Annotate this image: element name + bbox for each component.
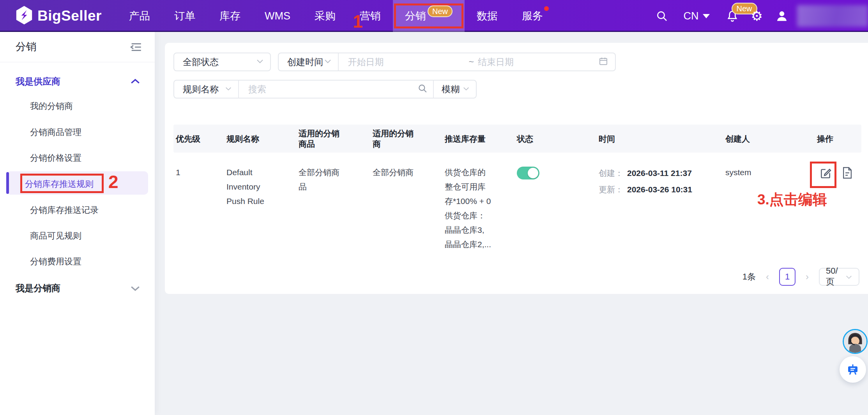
time-field-select[interactable]: 创建时间	[279, 53, 339, 70]
support-agent-avatar[interactable]	[843, 329, 868, 354]
page-size-select[interactable]: 50/页	[819, 268, 859, 286]
sidebar-item-product-visibility-rules[interactable]: 商品可见规则	[30, 230, 81, 242]
language-selector[interactable]: CN	[684, 10, 710, 22]
sidebar-title: 分销	[16, 40, 37, 54]
brand-name: BigSeller	[37, 8, 102, 24]
username-blurred[interactable]	[797, 5, 868, 27]
chevron-down-icon	[703, 14, 710, 18]
nav-item-services[interactable]: 服务	[510, 0, 555, 32]
live-chat-button[interactable]	[840, 356, 866, 383]
cell-rule-name: Default Inventory Push Rule	[224, 153, 296, 251]
sidebar-item-my-distributors[interactable]: 我的分销商	[30, 100, 73, 112]
col-creator: 创建人	[723, 125, 815, 153]
created-time: 2026-03-11 21:37	[627, 165, 692, 181]
user-avatar[interactable]	[775, 9, 788, 23]
search-zone	[239, 81, 434, 98]
updated-label: 更新：	[599, 181, 623, 198]
search-icon[interactable]	[656, 10, 668, 22]
chevron-down-icon	[463, 86, 470, 93]
sidebar-item-inventory-push-records[interactable]: 分销库存推送记录	[30, 204, 99, 216]
col-push-quantity: 推送库存量	[442, 125, 514, 153]
col-priority: 优先级	[173, 125, 224, 153]
new-badge: New	[428, 5, 453, 17]
nav-item-wms[interactable]: WMS	[253, 0, 302, 32]
search-filter-group: 规则名称 模糊	[173, 80, 477, 98]
total-count: 1条	[742, 271, 756, 283]
cell-applicable-distributors: 全部分销商	[370, 153, 442, 251]
sidebar-group-supplier[interactable]: 我是供应商	[16, 76, 60, 88]
search-field-select[interactable]: 规则名称	[174, 81, 239, 98]
annotation-step3: 3.点击编辑	[757, 190, 827, 209]
collapse-sidebar-icon[interactable]	[129, 40, 143, 55]
sidebar-item-price-settings[interactable]: 分销价格设置	[30, 152, 81, 164]
created-label: 创建：	[599, 165, 623, 181]
app-root: BigSeller 产品 订单 库存 WMS 采购 营销 分销 New 数据 服…	[0, 0, 868, 415]
col-applicable-products: 适用的分销商品	[296, 125, 370, 153]
sidebar-group-distributor[interactable]: 我是分销商	[16, 282, 60, 294]
status-toggle-on[interactable]	[517, 167, 539, 179]
navbar-right-cluster: CN New ⚙	[649, 0, 868, 32]
nav-item-orders[interactable]: 订单	[162, 0, 207, 32]
nav-item-products[interactable]: 产品	[117, 0, 162, 32]
cell-status	[514, 153, 596, 251]
date-range-inputs: ~	[339, 56, 615, 67]
sidebar: 分销 我是供应商 我的分销商 分销商品管理 分销价格设置 分销库存推送规则 2 …	[0, 32, 155, 415]
toggle-knob	[528, 168, 538, 178]
nav-item-inventory[interactable]: 库存	[207, 0, 253, 32]
sidebar-item-inventory-push-rules[interactable]: 分销库存推送规则	[25, 178, 94, 190]
table-header: 优先级 规则名称 适用的分销商品 适用的分销商 推送库存量 状态 时间 创建人 …	[173, 125, 861, 153]
cell-time: 创建： 2026-03-11 21:37 更新： 2026-03-26 10:3…	[596, 153, 723, 251]
calendar-icon	[599, 56, 608, 67]
current-page[interactable]: 1	[779, 268, 796, 286]
col-applicable-distributors: 适用的分销商	[370, 125, 442, 153]
col-time: 时间	[596, 125, 723, 153]
divider	[0, 62, 155, 62]
cell-priority: 1	[173, 153, 224, 251]
nav-item-data[interactable]: 数据	[465, 0, 510, 32]
prev-page-arrow[interactable]: ‹	[766, 272, 769, 281]
notifications-bell[interactable]: New	[726, 10, 739, 22]
col-rule-name: 规则名称	[224, 125, 296, 153]
col-status: 状态	[514, 125, 596, 153]
next-page-arrow[interactable]: ›	[806, 272, 809, 281]
match-mode-select[interactable]: 模糊	[434, 81, 476, 98]
sidebar-item-product-management[interactable]: 分销商品管理	[30, 127, 81, 138]
annotation-step2: 2	[108, 171, 118, 192]
content-card: 全部状态 创建时间 ~ 规则名	[165, 43, 868, 294]
log-document-icon[interactable]	[842, 167, 853, 251]
annotation-step1: 1	[353, 11, 363, 32]
col-actions: 操作	[815, 125, 861, 153]
cell-push-quantity: 供货仓库的 整仓可用库 存*100% + 0 供货仓库： 晶晶仓库3, 晶晶仓库…	[442, 153, 514, 251]
sidebar-item-fee-settings[interactable]: 分销费用设置	[30, 256, 81, 267]
gear-icon[interactable]: ⚙	[751, 9, 763, 23]
pagination: 1条 ‹ 1 › 50/页	[742, 268, 859, 286]
search-input[interactable]	[248, 84, 417, 95]
nav-item-purchase[interactable]: 采购	[302, 0, 348, 32]
search-icon[interactable]	[417, 83, 428, 95]
chevron-up-icon[interactable]	[130, 78, 140, 86]
status-filter-select[interactable]: 全部状态	[173, 53, 271, 71]
cell-applicable-products: 全部分销商品	[296, 153, 370, 251]
active-item-indicator	[6, 172, 9, 194]
updated-time: 2026-03-26 10:31	[627, 181, 692, 198]
main-nav: 产品 订单 库存 WMS 采购 营销 分销 New 数据 服务	[117, 0, 555, 32]
chevron-down-icon	[256, 58, 264, 65]
brand-logo[interactable]: BigSeller	[16, 0, 102, 32]
start-date-input[interactable]	[348, 57, 465, 67]
end-date-input[interactable]	[478, 57, 595, 67]
top-navbar: BigSeller 产品 订单 库存 WMS 采购 营销 分销 New 数据 服…	[0, 0, 868, 32]
bigseller-logo-icon	[16, 6, 33, 26]
chevron-down-icon	[324, 58, 332, 65]
chevron-down-icon	[225, 86, 232, 93]
chevron-down-icon	[839, 272, 852, 282]
language-label: CN	[684, 10, 699, 22]
nav-item-distribution[interactable]: 分销 New	[393, 0, 465, 32]
range-separator: ~	[469, 57, 474, 67]
notification-dot	[544, 6, 549, 11]
chevron-down-icon[interactable]	[130, 285, 140, 294]
date-filter-group: 创建时间 ~	[278, 53, 616, 71]
